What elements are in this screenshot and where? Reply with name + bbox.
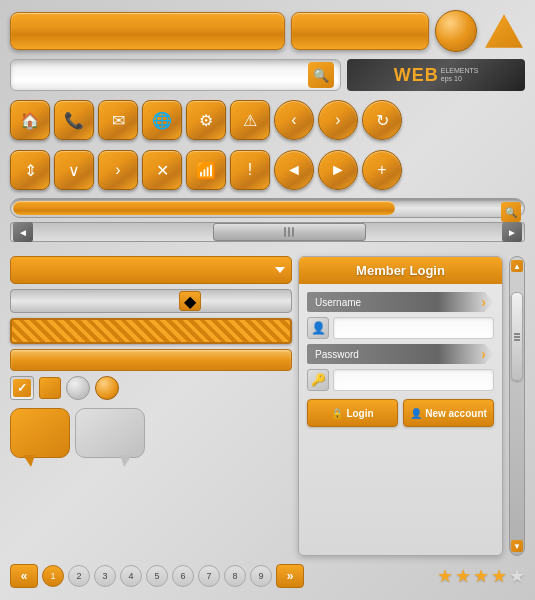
scrollbar-up-arrow[interactable]: ▲ — [511, 260, 523, 272]
page-2[interactable]: 2 — [68, 565, 90, 587]
lock-icon: 🔒 — [331, 408, 343, 419]
progress-search-icon[interactable]: 🔍 — [501, 202, 521, 222]
password-input-row: 🔑 — [307, 369, 494, 391]
scroll-right-arrow[interactable]: ► — [502, 222, 522, 242]
username-input-row: 👤 — [307, 317, 494, 339]
progress-fill — [13, 201, 395, 215]
page-8[interactable]: 8 — [224, 565, 246, 587]
slider-thumb[interactable]: ◆ — [179, 291, 201, 311]
warning-icon-btn[interactable]: ⚠ — [230, 100, 270, 140]
mail-icon-btn[interactable]: ✉ — [98, 100, 138, 140]
search-badge-row: 🔍 WEB ELEMENTS eps 10 — [10, 58, 525, 92]
left-icon-btn[interactable]: ‹ — [274, 100, 314, 140]
icon-buttons-row1: 🏠 📞 ✉ 🌐 ⚙ ⚠ ‹ › ↻ — [10, 98, 525, 142]
page-6[interactable]: 6 — [172, 565, 194, 587]
close-icon-btn[interactable]: ✕ — [142, 150, 182, 190]
circle-button[interactable] — [435, 10, 477, 52]
page-9[interactable]: 9 — [250, 565, 272, 587]
scroll-thumb[interactable] — [213, 223, 367, 241]
elements-label: ELEMENTS eps 10 — [441, 67, 479, 84]
home-icon-btn[interactable]: 🏠 — [10, 100, 50, 140]
med-rect-button[interactable] — [291, 12, 429, 50]
scrollbar-thumb[interactable] — [511, 292, 523, 381]
search-icon[interactable]: 🔍 — [308, 62, 334, 88]
small-orange-square[interactable] — [39, 377, 61, 399]
checkbox[interactable]: ✓ — [10, 376, 34, 400]
bubble-row — [10, 408, 292, 458]
login-body: Username › 👤 Password › 🔑 🔒 — [299, 284, 502, 435]
new-account-icon: 👤 — [410, 408, 422, 419]
star-2[interactable]: ★ — [455, 565, 471, 587]
chevron-icon-btn[interactable]: › — [98, 150, 138, 190]
down-icon-btn[interactable]: ∨ — [54, 150, 94, 190]
wifi-icon-btn[interactable]: 📶 — [186, 150, 226, 190]
pagination-row: « 1 2 3 4 5 6 7 8 9 » ★ ★ ★ ★ ★ — [10, 562, 525, 590]
login-header: Member Login — [299, 257, 502, 284]
speech-bubble-orange — [10, 408, 70, 458]
radio-orange[interactable] — [95, 376, 119, 400]
page-3[interactable]: 3 — [94, 565, 116, 587]
star-3[interactable]: ★ — [473, 565, 489, 587]
network-icon-btn[interactable]: 🌐 — [142, 100, 182, 140]
scroll-grip — [284, 227, 294, 237]
page-7[interactable]: 7 — [198, 565, 220, 587]
refresh-icon-btn[interactable]: ↻ — [362, 100, 402, 140]
login-panel: Member Login Username › 👤 Password › 🔑 — [298, 256, 503, 556]
page-1[interactable]: 1 — [42, 565, 64, 587]
scrollbar-down-arrow[interactable]: ▼ — [511, 540, 523, 552]
star-5[interactable]: ★ — [509, 565, 525, 587]
vertical-scrollbar[interactable]: ▲ ▼ — [509, 256, 525, 556]
username-arrow-icon: › — [481, 294, 486, 310]
new-account-button[interactable]: 👤 New account — [403, 399, 494, 427]
phone-icon-btn[interactable]: 📞 — [54, 100, 94, 140]
search-bar[interactable]: 🔍 — [10, 59, 341, 91]
scroll-left-arrow[interactable]: ◄ — [13, 222, 33, 242]
checkbox-check-icon: ✓ — [13, 379, 31, 397]
button-shapes-row — [10, 10, 525, 52]
wide-rect-button[interactable] — [10, 12, 285, 50]
radio-silver[interactable] — [66, 376, 90, 400]
username-label: Username › — [307, 292, 494, 312]
icon-buttons-row2: ⇕ ∨ › ✕ 📶 ! ◄ ► + — [10, 148, 525, 192]
form-controls: ✓ — [10, 376, 292, 400]
settings-icon-btn[interactable]: ⚙ — [186, 100, 226, 140]
web-label: WEB — [394, 65, 439, 86]
star-4[interactable]: ★ — [491, 565, 507, 587]
main-container: 🔍 WEB ELEMENTS eps 10 🏠 📞 ✉ 🌐 ⚙ ⚠ ‹ › ↻ … — [0, 0, 535, 600]
dropdown-button[interactable] — [10, 256, 292, 284]
alert-icon-btn[interactable]: ! — [230, 150, 270, 190]
prev-page-button[interactable]: « — [10, 564, 38, 588]
plus-icon-btn[interactable]: + — [362, 150, 402, 190]
triangle-button[interactable] — [483, 10, 525, 52]
star-rating: ★ ★ ★ ★ ★ — [437, 565, 525, 587]
dropdown-arrow-icon — [275, 267, 285, 273]
password-input[interactable] — [333, 369, 494, 391]
login-button[interactable]: 🔒 Login — [307, 399, 398, 427]
play-icon-btn[interactable]: ► — [318, 150, 358, 190]
login-buttons: 🔒 Login 👤 New account — [307, 399, 494, 427]
next-page-button[interactable]: » — [276, 564, 304, 588]
page-5[interactable]: 5 — [146, 565, 168, 587]
login-title: Member Login — [356, 263, 445, 278]
password-label: Password › — [307, 344, 494, 364]
slider-track[interactable]: ◆ — [10, 289, 292, 313]
hatched-button[interactable] — [10, 318, 292, 344]
updown-icon-btn[interactable]: ⇕ — [10, 150, 50, 190]
orange-progress-bar — [10, 349, 292, 371]
prev-icon-btn[interactable]: ◄ — [274, 150, 314, 190]
star-1[interactable]: ★ — [437, 565, 453, 587]
user-icon: 👤 — [307, 317, 329, 339]
content-row: ◆ ✓ Member Login — [10, 256, 525, 556]
key-icon: 🔑 — [307, 369, 329, 391]
scroll-track[interactable]: ◄ ► — [10, 222, 525, 242]
left-panel: ◆ ✓ — [10, 256, 292, 556]
password-arrow-icon: › — [481, 346, 486, 362]
progress-bars-row: 🔍 ◄ ► — [10, 198, 525, 250]
web-elements-badge: WEB ELEMENTS eps 10 — [347, 59, 525, 91]
progress-bar: 🔍 — [10, 198, 525, 218]
chat-bubble-silver — [75, 408, 145, 458]
right-icon-btn[interactable]: › — [318, 100, 358, 140]
username-input[interactable] — [333, 317, 494, 339]
page-4[interactable]: 4 — [120, 565, 142, 587]
